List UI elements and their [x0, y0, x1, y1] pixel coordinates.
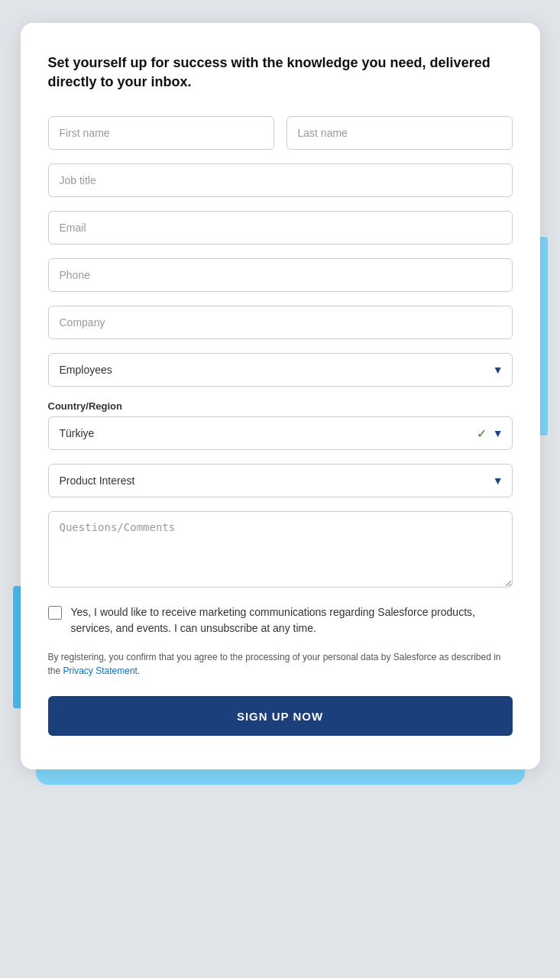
job-title-group	[48, 164, 513, 197]
first-name-group	[48, 116, 274, 150]
questions-group	[48, 511, 513, 591]
phone-input[interactable]	[48, 258, 513, 292]
phone-group	[48, 258, 513, 292]
employees-group: Employees 1-10 11-50 51-200 201-500 501-…	[48, 353, 513, 387]
first-name-input[interactable]	[48, 116, 274, 150]
product-interest-select[interactable]: Product Interest Sales Cloud Service Clo…	[48, 464, 513, 497]
questions-textarea[interactable]	[48, 511, 513, 588]
card-title: Set yourself up for success with the kno…	[48, 53, 513, 92]
country-select-wrapper: Türkiye United States United Kingdom Ger…	[48, 416, 513, 450]
country-select[interactable]: Türkiye United States United Kingdom Ger…	[48, 416, 513, 450]
privacy-text: By registering, you confirm that you agr…	[48, 650, 513, 678]
sign-up-button[interactable]: SIGN UP NOW	[48, 696, 513, 736]
product-interest-group: Product Interest Sales Cloud Service Clo…	[48, 464, 513, 497]
email-group	[48, 211, 513, 244]
last-name-input[interactable]	[286, 116, 513, 150]
privacy-statement-link[interactable]: Privacy Statement	[63, 665, 138, 676]
name-row	[48, 116, 513, 150]
country-group: Country/Region Türkiye United States Uni…	[48, 400, 513, 450]
company-input[interactable]	[48, 306, 513, 339]
employees-select[interactable]: Employees 1-10 11-50 51-200 201-500 501-…	[48, 353, 513, 387]
employees-select-wrapper: Employees 1-10 11-50 51-200 201-500 501-…	[48, 353, 513, 387]
page-wrapper: Set yourself up for success with the kno…	[21, 23, 540, 769]
job-title-input[interactable]	[48, 164, 513, 197]
signup-form: Employees 1-10 11-50 51-200 201-500 501-…	[48, 116, 513, 736]
marketing-checkbox-group: Yes, I would like to receive marketing c…	[48, 604, 513, 636]
marketing-checkbox-label[interactable]: Yes, I would like to receive marketing c…	[71, 604, 513, 636]
product-interest-select-wrapper: Product Interest Sales Cloud Service Clo…	[48, 464, 513, 497]
marketing-checkbox[interactable]	[48, 606, 62, 620]
last-name-group	[286, 116, 513, 150]
company-group	[48, 306, 513, 339]
privacy-text-after: .	[138, 665, 140, 676]
email-input[interactable]	[48, 211, 513, 244]
country-label: Country/Region	[48, 400, 513, 412]
form-card: Set yourself up for success with the kno…	[21, 23, 540, 769]
